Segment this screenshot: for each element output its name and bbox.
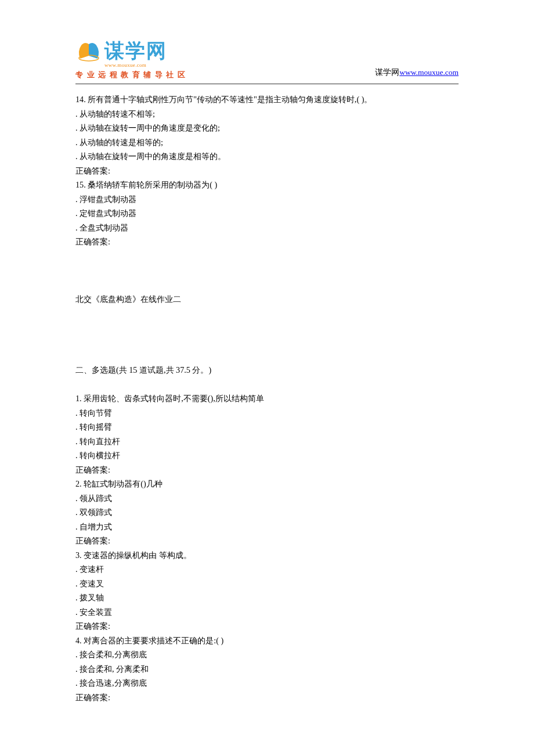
- qtext: 轮缸式制动器有()几种: [84, 479, 162, 488]
- qnum: 3.: [75, 550, 82, 560]
- option: . 转向直拉杆: [75, 434, 459, 449]
- option: . 浮钳盘式制动器: [75, 192, 459, 207]
- option: . 从动轴的转速是相等的;: [75, 135, 459, 150]
- header-link[interactable]: www.mouxue.com: [399, 68, 459, 77]
- question-mc-3: 3. 变速器的操纵机构由 等构成。: [75, 548, 459, 563]
- logo-text: 谋学网: [104, 38, 167, 64]
- logo-icon: [75, 39, 102, 63]
- question-14: 14. 所有普通十字轴式刚性万向节"传动的不等速性"是指主动轴匀角速度旋转时,(…: [75, 92, 459, 107]
- qnum: 1.: [75, 394, 82, 403]
- header-right: 谋学网www.mouxue.com: [375, 67, 459, 80]
- logo-tagline: 专业远程教育辅导社区: [75, 70, 189, 80]
- answer-label: 正确答案:: [75, 690, 459, 705]
- option: . 转向摇臂: [75, 420, 459, 434]
- question-mc-1: 1. 采用齿轮、齿条式转向器时,不需要(),所以结构简单: [75, 391, 459, 406]
- section-subtitle: 二、多选题(共 15 道试题,共 37.5 分。): [75, 363, 459, 377]
- qnum: 2.: [75, 479, 82, 488]
- option: . 转向节臂: [75, 406, 459, 420]
- header-divider: [75, 84, 459, 84]
- logo-top: 谋学网: [75, 38, 189, 64]
- logo-text-wrap: 谋学网: [104, 38, 167, 64]
- logo-block: 谋学网 www.mouxue.com 专业远程教育辅导社区: [75, 38, 189, 80]
- option: . 接合柔和,分离彻底: [75, 647, 459, 662]
- header-right-label: 谋学网: [375, 68, 399, 77]
- question-mc-2: 2. 轮缸式制动器有()几种: [75, 477, 459, 491]
- qnum: 4.: [75, 636, 82, 645]
- option: . 双领蹄式: [75, 505, 459, 520]
- logo-small-url: www.mouxue.com: [104, 62, 189, 68]
- qnum: 14.: [75, 95, 86, 104]
- option: . 拨叉轴: [75, 591, 459, 605]
- qtext: 桑塔纳轿车前轮所采用的制动器为( ): [88, 180, 217, 189]
- option: . 接合迅速,分离彻底: [75, 676, 459, 690]
- option: . 全盘式制动器: [75, 221, 459, 235]
- document-content: 14. 所有普通十字轴式刚性万向节"传动的不等速性"是指主动轴匀角速度旋转时,(…: [75, 92, 459, 704]
- option: . 定钳盘式制动器: [75, 206, 459, 221]
- spacer: [75, 249, 459, 292]
- answer-label: 正确答案:: [75, 619, 459, 633]
- option: . 从动轴在旋转一周中的角速度是相等的。: [75, 149, 459, 164]
- qnum: 15.: [75, 180, 86, 189]
- qtext: 变速器的操纵机构由 等构成。: [84, 550, 192, 560]
- document-page: 谋学网 www.mouxue.com 专业远程教育辅导社区 谋学网www.mou…: [0, 0, 534, 739]
- option: . 领从蹄式: [75, 491, 459, 506]
- option: . 变速杆: [75, 562, 459, 577]
- option: . 安全装置: [75, 605, 459, 620]
- answer-label: 正确答案:: [75, 463, 459, 477]
- question-15: 15. 桑塔纳轿车前轮所采用的制动器为( ): [75, 178, 459, 192]
- answer-label: 正确答案:: [75, 235, 459, 249]
- option: . 自增力式: [75, 520, 459, 534]
- option: . 变速叉: [75, 577, 459, 591]
- spacer: [75, 377, 459, 392]
- option: . 从动轴的转速不相等;: [75, 107, 459, 121]
- qtext: 所有普通十字轴式刚性万向节"传动的不等速性"是指主动轴匀角速度旋转时,( )。: [88, 95, 372, 104]
- spacer: [75, 306, 459, 363]
- qtext: 对离合器的主要要求描述不正确的是:( ): [84, 636, 223, 645]
- section-title: 北交《底盘构造》在线作业二: [75, 292, 459, 307]
- option: . 接合柔和, 分离柔和: [75, 662, 459, 676]
- qtext: 采用齿轮、齿条式转向器时,不需要(),所以结构简单: [84, 394, 264, 403]
- answer-label: 正确答案:: [75, 534, 459, 548]
- svg-point-0: [79, 55, 99, 61]
- page-header: 谋学网 www.mouxue.com 专业远程教育辅导社区 谋学网www.mou…: [75, 38, 459, 80]
- answer-label: 正确答案:: [75, 164, 459, 178]
- question-mc-4: 4. 对离合器的主要要求描述不正确的是:( ): [75, 633, 459, 648]
- option: . 从动轴在旋转一周中的角速度是变化的;: [75, 121, 459, 135]
- option: . 转向横拉杆: [75, 448, 459, 463]
